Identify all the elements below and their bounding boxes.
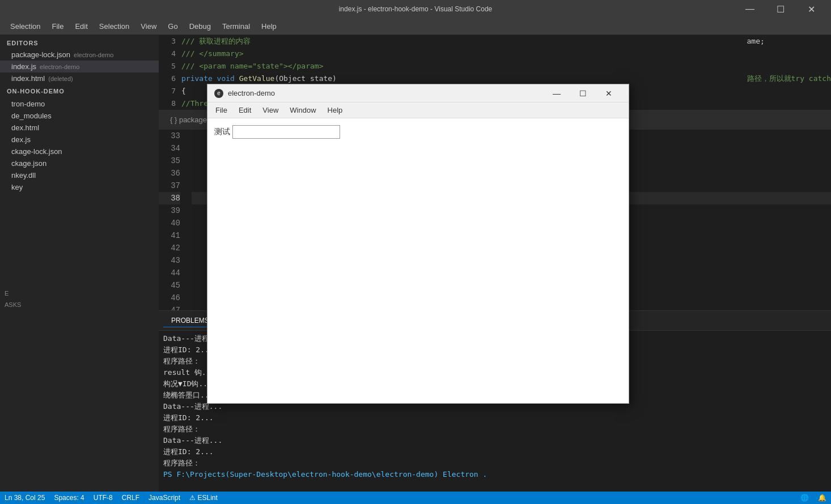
status-language[interactable]: JavaScript (149, 494, 180, 502)
status-line-ending[interactable]: CRLF (122, 494, 139, 502)
file-name: index.js (11, 62, 36, 71)
electron-menu-view[interactable]: View (257, 104, 284, 116)
sidebar-group-title: ON-HOOK-DEMO (0, 84, 159, 98)
menu-selection[interactable]: Selection (5, 20, 46, 33)
electron-close-btn[interactable]: ✕ (596, 85, 622, 102)
editors-section-title: EDITORS (0, 35, 159, 49)
file-name: de_modules (11, 112, 52, 120)
electron-minimize-btn[interactable]: — (544, 85, 570, 102)
close-button[interactable]: ✕ (798, 0, 824, 18)
sidebar-item-index-html[interactable]: index.html (deleted) (0, 72, 159, 84)
terminal-line: 进程ID: 2... (163, 446, 826, 458)
file-name: nkey.dll (11, 171, 36, 180)
file-badge: (deleted) (48, 75, 73, 82)
vscode-titlebar: index.js - electron-hook-demo - Visual S… (0, 0, 831, 18)
electron-menu-help[interactable]: Help (322, 104, 349, 116)
electron-app-icon: e (214, 89, 223, 98)
terminal-line (163, 480, 826, 492)
file-name: ckage.json (11, 159, 46, 168)
file-name: tron-demo (11, 100, 45, 108)
electron-content: 测试 (207, 118, 629, 403)
menu-view[interactable]: View (135, 20, 162, 33)
menu-selection2[interactable]: Selection (94, 20, 135, 33)
terminal-line: 程序路径： (163, 424, 826, 435)
electron-text-input[interactable] (232, 125, 340, 139)
sidebar-bottom-asks: ASKS (0, 299, 26, 310)
terminal-line: Data---进程... (163, 435, 826, 446)
status-globe-icon[interactable]: 🌐 (800, 494, 809, 502)
menu-file[interactable]: File (46, 20, 69, 33)
file-name: index.html (11, 74, 45, 83)
electron-menu-window[interactable]: Window (284, 104, 321, 116)
electron-menu-edit[interactable]: Edit (233, 104, 257, 116)
file-name: key (11, 183, 23, 191)
sidebar-item-dex-js[interactable]: dex.js (0, 134, 159, 146)
menu-edit[interactable]: Edit (69, 20, 93, 33)
sidebar-file-list: package-lock.json electron-demo index.js… (0, 49, 159, 492)
terminal-line: PS F:\Projects(Super-Desktop\electron-ho… (163, 469, 826, 480)
electron-app-title: electron-demo (228, 89, 544, 97)
sidebar-bottom-ie: E (0, 288, 13, 299)
electron-app-window: e electron-demo — ☐ ✕ File Edit View Win… (207, 84, 629, 404)
title-controls: — ☐ ✕ (737, 0, 824, 18)
terminal-line: 程序路径： (163, 458, 826, 469)
file-name: dex.js (11, 135, 31, 144)
file-name: dex.html (11, 123, 39, 132)
status-bell-icon[interactable]: 🔔 (818, 494, 826, 502)
file-name: package-lock.json (11, 50, 70, 59)
status-lint[interactable]: ⚠ ESLint (189, 494, 218, 502)
terminal-line: 进程ID: 2... (163, 412, 826, 424)
line-numbers: 33 34 35 36 37 38 39 40 41 42 43 44 45 4… (159, 130, 187, 310)
file-badge: electron-demo (40, 63, 79, 70)
menu-help[interactable]: Help (256, 20, 282, 33)
sidebar-item-index-js[interactable]: index.js electron-demo (0, 61, 159, 72)
status-position[interactable]: Ln 38, Col 25 (5, 494, 45, 502)
sidebar-item-ckage-lock[interactable]: ckage-lock.json (0, 146, 159, 157)
sidebar-item-tron-demo[interactable]: tron-demo (0, 98, 159, 110)
menu-terminal[interactable]: Terminal (217, 20, 256, 33)
status-spaces[interactable]: Spaces: 4 (54, 494, 84, 502)
sidebar-item-nkey-dll[interactable]: nkey.dll (0, 169, 159, 181)
file-name: ckage-lock.json (11, 147, 62, 156)
sidebar: EDITORS package-lock.json electron-demo … (0, 35, 159, 492)
sidebar-item-ckage-json[interactable]: ckage.json (0, 157, 159, 169)
status-bar: Ln 38, Col 25 Spaces: 4 UTF-8 CRLF JavaS… (0, 492, 831, 504)
top-line-numbers: 345678 (159, 35, 181, 110)
status-right: 🌐 🔔 (800, 494, 826, 502)
electron-title-controls: — ☐ ✕ (544, 85, 622, 102)
status-encoding[interactable]: UTF-8 (94, 494, 113, 502)
electron-menu-file[interactable]: File (210, 104, 233, 116)
electron-input-area: 测试 (214, 125, 622, 139)
menu-go[interactable]: Go (162, 20, 183, 33)
sidebar-item-key[interactable]: key (0, 181, 159, 193)
sidebar-item-dex-html[interactable]: dex.html (0, 122, 159, 134)
sidebar-item-de-modules[interactable]: de_modules (0, 110, 159, 122)
vscode-menubar: Selection File Edit Selection View Go De… (0, 18, 831, 35)
minimize-button[interactable]: — (737, 0, 763, 18)
right-code-fragment: ame; 路径，所以就try catch (743, 35, 831, 110)
electron-menubar: File Edit View Window Help (207, 102, 629, 118)
sidebar-item-package-lock[interactable]: package-lock.json electron-demo (0, 49, 159, 61)
menu-debug[interactable]: Debug (184, 20, 217, 33)
maximize-button[interactable]: ☐ (768, 0, 794, 18)
file-badge: electron-demo (74, 52, 113, 58)
electron-maximize-btn[interactable]: ☐ (570, 85, 596, 102)
vscode-title: index.js - electron-hook-demo - Visual S… (339, 5, 493, 13)
electron-input-label: 测试 (214, 127, 230, 137)
electron-titlebar: e electron-demo — ☐ ✕ (207, 84, 629, 102)
